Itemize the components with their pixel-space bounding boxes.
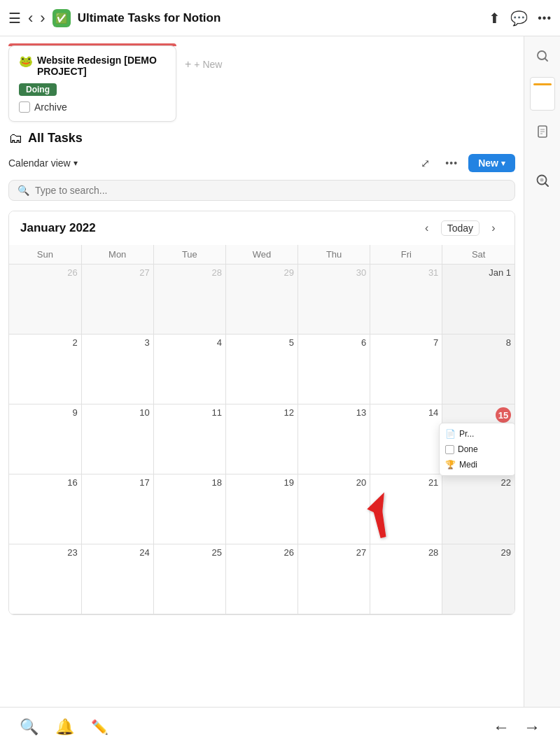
calendar-day[interactable]: 14 [370,404,442,474]
task-popup-item[interactable]: 📄 Pr... [440,426,515,442]
calendar-day[interactable]: 2 [9,335,81,404]
main-content: 🐸 Website Redesign [DEMO PROJECT] Doing … [0,36,560,707]
calendar-week: 26 27 28 29 30 31 Jan 1 [9,265,514,335]
calendar-day[interactable]: 26 [225,544,298,614]
calendar-day-15[interactable]: 15 📄 Pr... Done [442,404,514,474]
project-card: 🐸 Website Redesign [DEMO PROJECT] Doing … [8,45,176,122]
calendar-day[interactable]: 17 [81,474,153,544]
back-icon[interactable]: ‹ [28,9,33,27]
calendar-day[interactable]: 7 [370,335,442,404]
task-medi-label: Medi [459,460,477,470]
trophy-icon: 🏆 [445,460,456,470]
calendar-day[interactable]: 27 [81,265,153,335]
right-sidebar [524,36,560,707]
calendar-day[interactable]: 28 [370,544,442,614]
calendar-day[interactable]: 26 [9,265,81,335]
calendar-day[interactable]: 8 [442,335,514,404]
next-month-button[interactable]: › [484,218,503,238]
task-checkbox[interactable] [445,445,454,454]
chevron-down-icon: ▾ [74,158,78,168]
new-btn-chevron: ▾ [501,159,505,168]
calendar-day[interactable]: 27 [298,544,370,614]
task-popup-item[interactable]: 🏆 Medi [440,457,515,472]
project-card-title: 🐸 Website Redesign [DEMO PROJECT] [19,55,166,77]
sidebar-doc-icon[interactable] [530,119,555,144]
expand-icon[interactable]: ⤢ [415,153,435,173]
calendar-day[interactable]: 25 [153,544,225,614]
calendar-day[interactable]: 12 [225,404,298,474]
calendar-day[interactable]: 5 [225,335,298,404]
task-popup: 📄 Pr... Done 🏆 Medi [439,423,515,476]
doc-icon: 📄 [445,429,456,439]
calendar-day[interactable]: 23 [9,544,81,614]
new-column-button[interactable]: + + New [185,43,222,85]
calendar-day[interactable]: 13 [298,404,370,474]
sidebar-thumbnail[interactable] [530,77,555,111]
sidebar-magnify-icon[interactable] [530,168,555,193]
bottom-bar-right: ← → [493,717,540,737]
task-done-label: Done [458,444,478,454]
ellipsis-icon[interactable]: ••• [442,153,461,173]
archive-row: Archive [19,101,166,113]
col-fri: Fri [370,245,442,265]
calendar-day[interactable]: 6 [298,335,370,404]
bottom-search-icon[interactable]: 🔍 [20,718,38,736]
col-sat: Sat [442,245,514,265]
forward-icon[interactable]: › [40,9,45,27]
bottom-bar-left: 🔍 🔔 ✏️ [20,718,108,736]
project-section: 🐸 Website Redesign [DEMO PROJECT] Doing … [0,36,524,122]
calendar-day[interactable]: 10 [81,404,153,474]
task-popup-item[interactable]: Done [440,442,515,457]
calendar-day[interactable]: 20 [298,474,370,544]
section-header: 🗂 All Tasks [8,130,515,146]
svg-line-3 [545,59,547,62]
sidebar-search-icon[interactable] [530,43,555,69]
col-sun: Sun [9,245,81,265]
prev-month-button[interactable]: ‹ [417,218,437,238]
new-button-label: New [478,157,498,169]
bottom-bell-icon[interactable]: 🔔 [55,718,74,736]
calendar-nav: January 2022 ‹ Today › [9,211,514,245]
bottom-edit-icon[interactable]: ✏️ [91,719,108,736]
calendar-day[interactable]: 30 [298,265,370,335]
bottom-forward-icon[interactable]: → [524,717,540,737]
calendar-day[interactable]: 4 [153,335,225,404]
calendar-week: 2 3 4 5 6 7 8 [9,335,514,404]
calendar-day[interactable]: 21 [370,474,442,544]
search-input[interactable] [35,185,506,196]
bottom-back-icon[interactable]: ← [493,717,510,737]
thumb-highlight [533,83,552,85]
calendar-day[interactable]: 31 [370,265,442,335]
calendar-view-toggle[interactable]: Calendar view ▾ [8,157,78,169]
calendar-day[interactable]: 3 [81,335,153,404]
calendar-day[interactable]: 11 [153,404,225,474]
share-icon[interactable]: ⬆ [489,10,500,27]
left-panel: 🐸 Website Redesign [DEMO PROJECT] Doing … [0,36,524,707]
calendar-day[interactable]: 22 [442,474,514,544]
calendar-day[interactable]: 16 [9,474,81,544]
calendar-day[interactable]: 29 [442,544,514,614]
menu-icon[interactable]: ☰ [8,10,21,27]
app-icon: ✅ [52,9,71,27]
calendar-day[interactable]: Jan 1 [442,265,514,335]
chat-icon[interactable]: 💬 [510,10,528,27]
calendar-container: January 2022 ‹ Today › Sun Mon Tue [8,211,515,615]
calendar-day[interactable]: 29 [225,265,298,335]
calendar-day[interactable]: 28 [153,265,225,335]
status-badge: Doing [19,83,57,96]
plus-icon: + [185,58,191,71]
new-label: + New [194,59,222,70]
calendar-day[interactable]: 18 [153,474,225,544]
archive-checkbox[interactable] [19,101,30,113]
new-button[interactable]: New ▾ [468,154,515,172]
calendar-week: 9 10 11 12 13 14 15 [9,404,514,474]
bottom-bar: 🔍 🔔 ✏️ ← → [0,707,560,746]
more-icon[interactable]: ••• [538,12,552,24]
calendar-day[interactable]: 24 [81,544,153,614]
calendar-day[interactable]: 9 [9,404,81,474]
today-button[interactable]: Today [441,220,479,236]
search-bar: 🔍 [8,180,515,201]
top-bar: ☰ ‹ › ✅ Ultimate Tasks for Notion ⬆ 💬 ••… [0,0,560,36]
task-pr-label: Pr... [459,429,474,439]
calendar-day[interactable]: 19 [225,474,298,544]
